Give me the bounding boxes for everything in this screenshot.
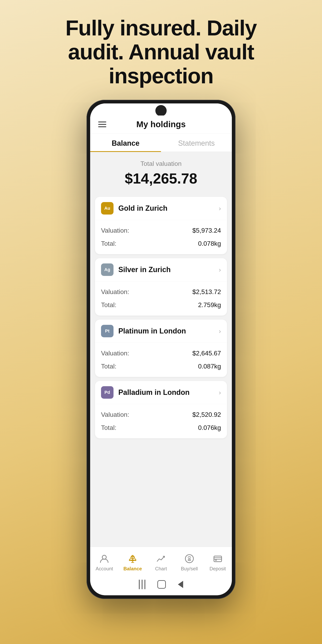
platinum-total-row: Total: 0.087kg: [101, 360, 221, 373]
svg-rect-10: [214, 558, 222, 559]
total-valuation-section: Total valuation $14,265.78: [90, 152, 232, 197]
balance-icon: [127, 553, 138, 564]
deposit-nav-label: Deposit: [210, 566, 226, 572]
palladium-valuation-row: Valuation: $2,520.92: [101, 408, 221, 421]
deposit-icon: [212, 553, 224, 564]
gold-total-row: Total: 0.078kg: [101, 237, 221, 250]
tabs: Balance Statements: [90, 134, 232, 152]
platinum-valuation-label: Valuation:: [101, 350, 129, 357]
silver-total-label: Total:: [101, 301, 116, 309]
silver-badge: Ag: [101, 264, 114, 276]
account-nav-label: Account: [96, 566, 113, 572]
hero-text: Fully insured. Daily audit. Annual vault…: [41, 0, 281, 100]
buysell-nav-label: Buy/sell: [181, 566, 198, 572]
home-indicator: [90, 576, 232, 595]
platinum-valuation-value: $2,645.67: [192, 350, 221, 357]
svg-rect-9: [214, 556, 222, 562]
palladium-badge: Pd: [101, 386, 114, 399]
svg-point-0: [102, 555, 106, 559]
silver-total-row: Total: 2.759kg: [101, 298, 221, 312]
silver-valuation-label: Valuation:: [101, 288, 129, 296]
gold-total-label: Total:: [101, 240, 116, 247]
home-bars-icon: [139, 580, 145, 589]
silver-total-value: 2.759kg: [198, 301, 221, 309]
camera-notch: [155, 105, 167, 116]
gold-valuation-label: Valuation:: [101, 227, 129, 234]
platinum-valuation-row: Valuation: $2,645.67: [101, 347, 221, 360]
gold-valuation-row: Valuation: $5,973.24: [101, 224, 221, 237]
page-title: My holdings: [136, 120, 186, 129]
tab-balance[interactable]: Balance: [90, 134, 161, 152]
gold-name: Gold in Zurich: [118, 204, 219, 212]
platinum-badge: Pt: [101, 325, 114, 337]
balance-nav-label: Balance: [123, 566, 142, 572]
platinum-chevron-icon: ›: [219, 328, 221, 335]
gold-chevron-icon: ›: [219, 205, 221, 212]
platinum-total-label: Total:: [101, 363, 116, 370]
chart-nav-label: Chart: [155, 566, 167, 572]
home-square-icon: [158, 580, 166, 589]
gold-total-value: 0.078kg: [198, 240, 221, 247]
gold-valuation-value: $5,973.24: [192, 227, 221, 234]
gold-badge: Au: [101, 202, 114, 214]
silver-valuation-row: Valuation: $2,513.72: [101, 285, 221, 298]
app-header: My holdings: [90, 116, 232, 134]
bottom-nav: Account: [90, 547, 232, 576]
silver-valuation-value: $2,513.72: [192, 288, 221, 296]
status-bar: [90, 104, 232, 116]
nav-item-chart[interactable]: Chart: [147, 551, 175, 574]
buysell-icon: [184, 553, 195, 564]
palladium-name: Palladium in London: [118, 388, 219, 397]
platinum-total-value: 0.087kg: [198, 363, 221, 370]
holdings-list: Au Gold in Zurich › Valuation: $5,973.24…: [90, 197, 232, 547]
palladium-valuation-value: $2,520.92: [192, 411, 221, 418]
holding-card-silver[interactable]: Ag Silver in Zurich › Valuation: $2,513.…: [95, 258, 227, 316]
holding-card-gold[interactable]: Au Gold in Zurich › Valuation: $5,973.24…: [95, 197, 227, 254]
nav-item-balance[interactable]: Balance: [118, 551, 147, 574]
nav-item-account[interactable]: Account: [90, 551, 118, 574]
holding-card-platinum[interactable]: Pt Platinum in London › Valuation: $2,64…: [95, 320, 227, 377]
silver-name: Silver in Zurich: [118, 266, 219, 274]
silver-chevron-icon: ›: [219, 266, 221, 274]
nav-item-deposit[interactable]: Deposit: [204, 551, 232, 574]
total-valuation-value: $14,265.78: [98, 170, 224, 187]
phone-shell: My holdings Balance Statements Total val…: [86, 100, 236, 599]
platinum-name: Platinum in London: [118, 327, 219, 335]
palladium-total-row: Total: 0.076kg: [101, 421, 221, 434]
svg-point-11: [215, 560, 216, 561]
holding-card-palladium[interactable]: Pd Palladium in London › Valuation: $2,5…: [95, 381, 227, 438]
home-back-icon: [178, 581, 183, 588]
palladium-chevron-icon: ›: [219, 389, 221, 396]
palladium-total-value: 0.076kg: [198, 424, 221, 432]
palladium-valuation-label: Valuation:: [101, 411, 129, 418]
total-valuation-label: Total valuation: [98, 160, 224, 168]
nav-item-buysell[interactable]: Buy/sell: [175, 551, 204, 574]
chart-icon: [155, 553, 167, 564]
account-icon: [98, 553, 110, 564]
hamburger-menu-button[interactable]: [98, 122, 106, 127]
palladium-total-label: Total:: [101, 424, 116, 432]
tab-statements[interactable]: Statements: [161, 134, 232, 152]
